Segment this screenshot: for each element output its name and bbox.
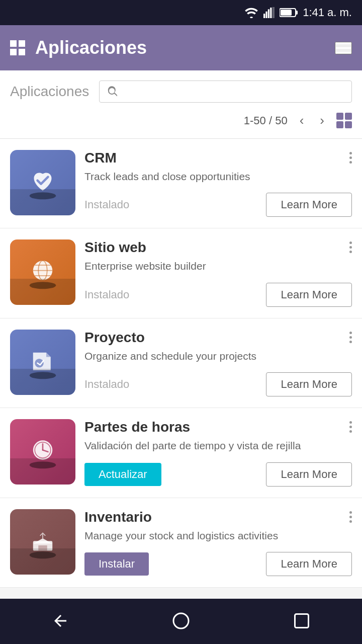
more-options-button[interactable] (347, 330, 354, 345)
app-icon-website (10, 239, 75, 305)
learn-more-button[interactable]: Learn More (266, 283, 352, 307)
search-icon (107, 86, 119, 98)
svg-rect-0 (263, 14, 265, 18)
learn-more-button[interactable]: Learn More (266, 372, 352, 396)
app-name: Sitio web (84, 239, 352, 256)
svg-rect-1 (266, 12, 267, 18)
more-options-button[interactable] (347, 150, 354, 166)
svg-point-9 (30, 282, 56, 289)
svg-point-17 (30, 461, 56, 468)
grid-view-button[interactable] (336, 113, 352, 128)
status-icons: 1:41 a. m. (244, 6, 352, 19)
time-display: 1:41 a. m. (303, 6, 352, 19)
pagination-row: 1-50 / 50 ‹ › (10, 111, 352, 133)
learn-more-button[interactable]: Learn More (266, 193, 352, 217)
more-options-button[interactable] (347, 239, 354, 255)
more-options-button[interactable] (347, 509, 354, 525)
list-item: Sitio web Enterprise website builder Ins… (0, 228, 362, 318)
search-row: Aplicaciones (10, 80, 352, 103)
app-actions: Instalado Learn More (84, 193, 352, 217)
app-desc: Validación del parte de tiempo y vista d… (84, 438, 352, 453)
wifi-icon (244, 7, 258, 18)
bottom-nav (0, 599, 362, 644)
home-button[interactable] (172, 612, 190, 631)
list-item: Proyecto Organize and schedule your proj… (0, 318, 362, 408)
next-page-button[interactable]: › (316, 111, 328, 130)
app-icon-crm (10, 150, 75, 215)
learn-more-button[interactable]: Learn More (266, 552, 352, 576)
header-left: Aplicaciones (10, 37, 147, 58)
back-icon (51, 612, 69, 630)
svg-point-8 (30, 192, 56, 199)
svg-point-25 (173, 613, 189, 628)
search-area: Aplicaciones 1-50 / 50 ‹ › (0, 70, 362, 139)
app-desc: Organize and schedule your projects (84, 349, 352, 363)
svg-rect-26 (295, 614, 309, 627)
svg-rect-4 (273, 7, 275, 18)
app-header: Aplicaciones (0, 25, 362, 70)
search-input[interactable] (124, 85, 344, 98)
app-name: Partes de horas (84, 419, 352, 435)
battery-icon (280, 8, 298, 18)
list-item: Inventario Manage your stock and logisti… (0, 498, 362, 588)
app-actions: Instalado Learn More (84, 372, 352, 396)
app-content-website: Sitio web Enterprise website builder Ins… (84, 239, 352, 306)
svg-rect-7 (281, 10, 292, 16)
app-icon-timesheets (10, 419, 75, 485)
prev-page-button[interactable]: ‹ (296, 111, 308, 130)
svg-rect-3 (270, 8, 272, 18)
app-name: CRM (84, 150, 352, 166)
app-desc: Enterprise website builder (84, 259, 352, 273)
app-actions: Actualizar Learn More (84, 462, 352, 487)
search-input-wrap[interactable] (99, 80, 352, 103)
pagination-text: 1-50 / 50 (244, 114, 288, 127)
svg-point-15 (30, 372, 56, 379)
app-desc: Manage your stock and logistics activiti… (84, 528, 352, 543)
app-content-timesheets: Partes de horas Validación del parte de … (84, 419, 352, 486)
app-name: Inventario (84, 509, 352, 525)
app-name: Proyecto (84, 330, 352, 346)
search-label: Aplicaciones (10, 84, 89, 100)
grid-icon[interactable] (10, 40, 25, 55)
menu-button[interactable] (335, 42, 352, 54)
app-content-crm: CRM Track leads and close opportunities … (84, 150, 352, 217)
list-item: CRM Track leads and close opportunities … (0, 139, 362, 228)
page-title: Aplicaciones (35, 37, 147, 58)
app-actions: Instalar Learn More (84, 552, 352, 576)
status-badge: Instalado (84, 198, 129, 211)
recent-icon (293, 612, 311, 630)
app-actions: Instalado Learn More (84, 283, 352, 307)
status-badge: Instalado (84, 378, 129, 391)
svg-rect-2 (268, 9, 269, 18)
app-icon-inventory (10, 509, 75, 575)
list-item: Partes de horas Validación del parte de … (0, 408, 362, 498)
back-button[interactable] (51, 612, 69, 631)
update-button[interactable]: Actualizar (84, 463, 161, 486)
more-options-button[interactable] (347, 419, 354, 435)
app-icon-project (10, 330, 75, 395)
recent-button[interactable] (293, 612, 311, 631)
app-content-project: Proyecto Organize and schedule your proj… (84, 330, 352, 396)
svg-rect-6 (296, 11, 298, 15)
app-list: CRM Track leads and close opportunities … (0, 139, 362, 588)
install-button[interactable]: Instalar (84, 552, 149, 576)
app-content-inventory: Inventario Manage your stock and logisti… (84, 509, 352, 576)
status-badge: Instalado (84, 288, 129, 301)
status-bar: 1:41 a. m. (0, 0, 362, 25)
home-icon (172, 612, 190, 630)
svg-point-22 (30, 551, 56, 558)
signal-icon (263, 7, 275, 18)
learn-more-button[interactable]: Learn More (266, 462, 352, 487)
app-desc: Track leads and close opportunities (84, 169, 352, 184)
